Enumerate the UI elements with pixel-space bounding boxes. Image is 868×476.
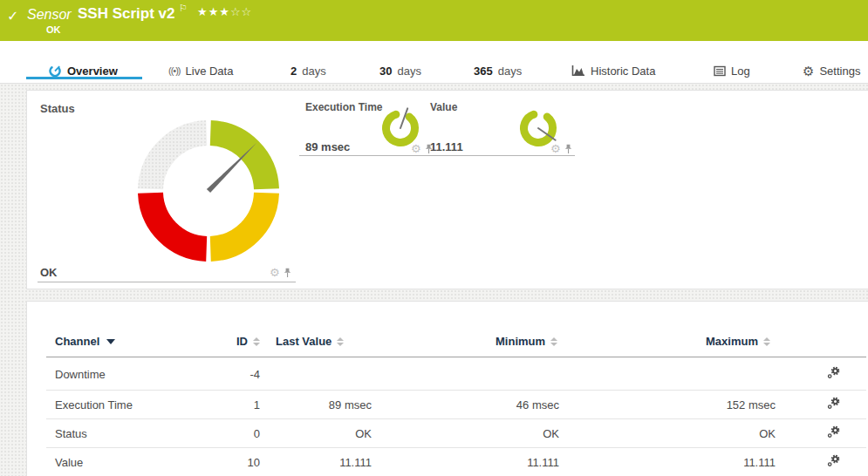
live-data-icon: ((•)): [168, 65, 181, 76]
channel-settings-icon: [827, 425, 840, 439]
log-icon: [714, 65, 726, 77]
overview-panel: Status OK ⚙: [26, 90, 868, 289]
column-header-last-value[interactable]: Last Value: [276, 335, 344, 348]
sensor-name: SSH Script v2: [78, 5, 175, 23]
sort-icon: [253, 337, 260, 346]
column-label: ID: [236, 335, 248, 348]
gear-icon[interactable]: ⚙: [550, 143, 561, 154]
tab-365-days[interactable]: 365 days: [474, 63, 522, 78]
tab-settings[interactable]: ⚙ Settings: [803, 63, 860, 78]
channel-settings-icon: [827, 366, 840, 379]
tab-label: Log: [731, 65, 750, 78]
channel-name[interactable]: Value: [55, 456, 83, 469]
gear-icon[interactable]: ⚙: [270, 267, 280, 278]
status-block-controls: ⚙: [270, 267, 292, 278]
tab-label: Overview: [67, 65, 118, 78]
minimum: 46 msec: [430, 398, 559, 411]
divider: [428, 155, 575, 156]
channel-name[interactable]: Execution Time: [55, 398, 133, 411]
last-value: 89 msec: [273, 398, 372, 411]
tab-label: days: [302, 65, 325, 78]
tab-30-days[interactable]: 30 days: [379, 63, 421, 78]
channel-id: -4: [177, 367, 260, 380]
stars-filled: ★★★: [197, 5, 230, 18]
edit-channel-button[interactable]: [827, 425, 840, 441]
divider: [38, 282, 296, 282]
divider: [299, 155, 434, 156]
pin-icon[interactable]: [564, 144, 573, 154]
tab-label: days: [498, 65, 522, 78]
channel-name[interactable]: Status: [55, 427, 87, 440]
tab-bar: Overview ((•)) Live Data 2 days 30 days …: [0, 41, 868, 84]
column-header-minimum[interactable]: Minimum: [496, 335, 557, 348]
column-header-id[interactable]: ID: [236, 335, 260, 348]
tab-label: Live Data: [186, 65, 234, 78]
column-header-maximum[interactable]: Maximum: [706, 335, 770, 348]
channel-settings-icon: [827, 397, 840, 410]
table-row-status[interactable]: Status 0 OK OK OK: [46, 419, 866, 448]
column-header-channel[interactable]: Channel: [55, 335, 115, 348]
object-type-label: Sensor: [27, 7, 72, 23]
tab-number: 365: [474, 65, 493, 78]
column-label: Last Value: [276, 335, 331, 348]
sensor-titlebar: ✓ Sensor SSH Script v2 ⚐ ★★★☆☆ OK: [0, 0, 868, 41]
maximum: 152 msec: [639, 398, 776, 411]
active-tab-underline: [26, 77, 142, 79]
channel-settings-icon: [827, 454, 840, 467]
channel-id: 10: [177, 456, 260, 469]
exec-time-title: Execution Time: [305, 101, 382, 113]
status-block-title: Status: [40, 102, 75, 115]
channel-id: 1: [177, 398, 260, 411]
table-row-execution-time[interactable]: Execution Time 1 89 msec 46 msec 152 mse…: [46, 391, 866, 419]
edit-channel-button[interactable]: [827, 454, 840, 470]
status-check-icon: ✓: [7, 8, 18, 24]
pin-icon[interactable]: [283, 268, 292, 278]
exec-time-value: 89 msec: [305, 140, 350, 153]
minimum: OK: [430, 427, 559, 440]
value-controls: ⚙: [550, 143, 573, 154]
edit-channel-button[interactable]: [827, 366, 840, 382]
column-label: Channel: [55, 335, 99, 348]
tab-label: Historic Data: [591, 65, 655, 78]
area-chart-icon: [571, 65, 585, 77]
stars-empty: ☆☆: [230, 5, 252, 18]
column-label: Maximum: [706, 335, 758, 348]
tab-number: 2: [290, 65, 297, 78]
status-value: OK: [40, 266, 58, 279]
sort-icon: [550, 337, 557, 346]
sort-icon: [763, 337, 770, 346]
channels-table-body: Downtime -4 Execution Time 1 89 msec 46: [46, 357, 866, 476]
sort-desc-icon: [106, 339, 115, 344]
flag-icon[interactable]: ⚐: [179, 3, 188, 14]
gear-icon[interactable]: ⚙: [411, 143, 421, 154]
status-gauge: [134, 117, 283, 265]
maximum: OK: [639, 427, 776, 440]
minimum: 11.111: [430, 456, 559, 469]
last-value: OK: [273, 427, 372, 440]
table-row-value[interactable]: Value 10 11.111 11.111 11.111: [46, 448, 866, 476]
value-title: Value: [430, 101, 457, 113]
channel-name[interactable]: Downtime: [55, 367, 106, 380]
table-row-downtime[interactable]: Downtime -4: [46, 357, 866, 391]
tab-label: Settings: [819, 65, 860, 78]
gear-icon: ⚙: [803, 65, 814, 78]
sort-icon: [337, 337, 344, 346]
tab-historic-data[interactable]: Historic Data: [571, 63, 655, 78]
tab-label: days: [397, 65, 420, 78]
priority-stars[interactable]: ★★★☆☆: [197, 5, 252, 18]
tab-live-data[interactable]: ((•)) Live Data: [168, 63, 233, 78]
last-value: 11.111: [273, 456, 372, 469]
maximum: 11.111: [639, 456, 776, 469]
channel-id: 0: [177, 427, 260, 440]
tab-2-days[interactable]: 2 days: [290, 63, 326, 78]
tab-number: 30: [379, 65, 392, 78]
column-label: Minimum: [496, 335, 545, 348]
value-value: 11.111: [430, 140, 463, 153]
channels-table-panel: Channel ID Last Value Minimum Maximum Do…: [26, 301, 868, 476]
sensor-status-text: OK: [46, 24, 61, 35]
edit-channel-button[interactable]: [827, 397, 840, 412]
tab-log[interactable]: Log: [714, 63, 750, 78]
gauge-icon: [48, 64, 62, 78]
